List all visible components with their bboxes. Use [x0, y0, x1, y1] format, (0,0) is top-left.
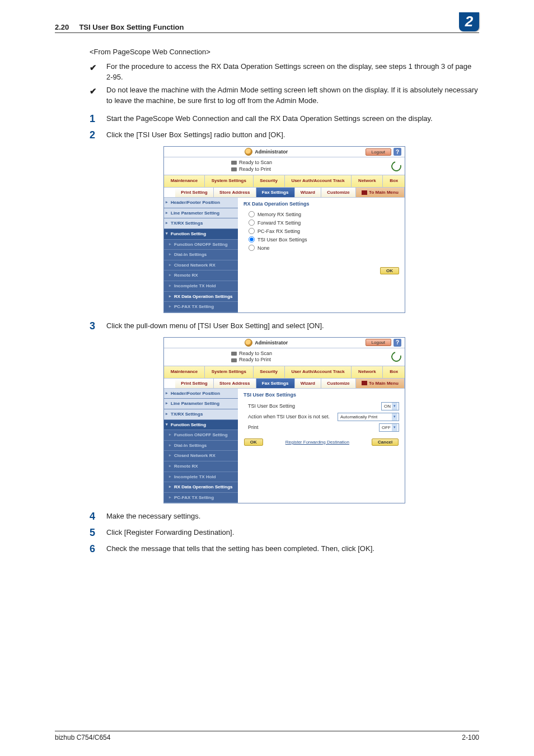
subtab-to-main-menu[interactable]: To Main Menu [356, 188, 405, 197]
field-label: Print [248, 424, 332, 430]
side-closed-network[interactable]: Closed Network RX [164, 260, 238, 271]
radio-none[interactable]: None [243, 244, 399, 252]
refresh-icon[interactable] [390, 159, 404, 173]
help-icon[interactable]: ? [394, 148, 401, 156]
logout-button[interactable]: Logout [366, 339, 391, 346]
prerequisite-list: ✔ For the procedure to access the RX Dat… [90, 62, 479, 106]
side-line-parameter[interactable]: Line Parameter Setting [164, 208, 238, 219]
cancel-button[interactable]: Cancel [372, 438, 399, 446]
status-scan-text: Ready to Scan [239, 160, 272, 166]
printer-icon [231, 167, 237, 171]
register-forwarding-link[interactable]: Register Forwarding Destination [285, 440, 349, 445]
step-list-cont: 3 Click the pull-down menu of [TSI User … [90, 321, 479, 332]
scanner-icon [231, 352, 237, 356]
step-list-cont2: 4 Make the necessary settings. 5 Click [… [90, 511, 479, 554]
menu-icon [362, 190, 367, 195]
status-bar: Ready to Scan Ready to Print [164, 157, 405, 175]
tab-system-settings[interactable]: System Settings [205, 175, 254, 187]
logout-button[interactable]: Logout [366, 148, 391, 156]
subtab-store-address[interactable]: Store Address [214, 379, 256, 388]
subtab-print-setting[interactable]: Print Setting [175, 188, 214, 197]
ok-button[interactable]: OK [244, 438, 263, 446]
side-pcfax-tx[interactable]: PC-FAX TX Setting [164, 493, 238, 503]
radio-input[interactable] [249, 220, 255, 226]
side-remote-rx[interactable]: Remote RX [164, 461, 238, 472]
side-function-onoff[interactable]: Function ON/OFF Setting [164, 430, 238, 441]
side-line-parameter[interactable]: Line Parameter Setting [164, 399, 238, 409]
select-print[interactable]: OFF [379, 423, 399, 432]
admin-label: Administrator [255, 340, 288, 346]
footer-model: bizhub C754/C654 [55, 734, 110, 741]
check-icon: ✔ [90, 85, 106, 106]
subtab-customize[interactable]: Customize [321, 379, 356, 388]
tab-user-auth[interactable]: User Auth/Account Track [285, 366, 352, 378]
check-text: For the procedure to access the RX Data … [106, 62, 479, 83]
help-icon[interactable]: ? [394, 339, 401, 347]
side-dial-in[interactable]: Dial-In Settings [164, 441, 238, 451]
shot-body: Header/Footer Position Line Parameter Se… [164, 198, 405, 312]
tab-maintenance[interactable]: Maintenance [164, 175, 205, 187]
radio-input[interactable] [249, 236, 255, 242]
subtab-fax-settings[interactable]: Fax Settings [256, 379, 295, 388]
tab-network[interactable]: Network [352, 366, 383, 378]
chapter-badge: 2 [459, 12, 479, 31]
side-function-setting[interactable]: Function Setting [164, 420, 238, 431]
step-5: 5 Click [Register Forwarding Destination… [90, 528, 479, 538]
tab-box[interactable]: Box [383, 175, 405, 187]
radio-memory-rx[interactable]: Memory RX Setting [243, 210, 399, 218]
ok-button[interactable]: OK [380, 267, 399, 274]
side-closed-network[interactable]: Closed Network RX [164, 451, 238, 461]
tab-system-settings[interactable]: System Settings [205, 366, 254, 378]
step-text: Check the message that tells that the se… [106, 544, 374, 554]
tab-maintenance[interactable]: Maintenance [164, 366, 205, 378]
tab-box[interactable]: Box [383, 366, 405, 378]
select-tsi-onoff[interactable]: ON [381, 402, 399, 410]
radio-tsi-user-box[interactable]: TSI User Box Settings [243, 235, 399, 244]
field-action-not-set: Action when TSI User Box is not set. Aut… [243, 412, 399, 422]
radio-input[interactable] [249, 211, 255, 217]
shot-body: Header/Footer Position Line Parameter Se… [164, 389, 405, 503]
radio-pcfax-rx[interactable]: PC-Fax RX Setting [243, 227, 399, 235]
tab-network[interactable]: Network [352, 175, 383, 187]
side-function-setting[interactable]: Function Setting [164, 229, 238, 240]
admin-indicator: Administrator [245, 148, 288, 156]
radio-input[interactable] [249, 228, 255, 234]
status-print: Ready to Print [231, 166, 272, 173]
side-header-footer[interactable]: Header/Footer Position [164, 198, 238, 208]
side-rx-data-operation[interactable]: RX Data Operation Settings [164, 292, 238, 302]
tab-security[interactable]: Security [254, 175, 285, 187]
subtab-wizard[interactable]: Wizard [295, 188, 322, 197]
radio-forward-tx[interactable]: Forward TX Setting [243, 218, 399, 227]
side-header-footer[interactable]: Header/Footer Position [164, 389, 238, 399]
side-remote-rx[interactable]: Remote RX [164, 270, 238, 281]
side-function-onoff[interactable]: Function ON/OFF Setting [164, 240, 238, 250]
check-item: ✔ Do not leave the machine with the Admi… [90, 85, 479, 106]
tab-security[interactable]: Security [254, 366, 285, 378]
step-4: 4 Make the necessary settings. [90, 511, 479, 522]
subtab-to-main-menu[interactable]: To Main Menu [356, 379, 405, 388]
side-pcfax-tx[interactable]: PC-FAX TX Setting [164, 302, 238, 312]
status-scan: Ready to Scan [231, 351, 272, 357]
main-pane: RX Data Operation Settings Memory RX Set… [238, 198, 405, 312]
side-dial-in[interactable]: Dial-In Settings [164, 250, 238, 260]
side-incomplete-tx[interactable]: Incomplete TX Hold [164, 472, 238, 483]
subtab-wizard[interactable]: Wizard [295, 379, 322, 388]
subtab-customize[interactable]: Customize [321, 188, 356, 197]
user-icon [245, 339, 252, 347]
tab-user-auth[interactable]: User Auth/Account Track [285, 175, 352, 187]
status-print: Ready to Print [231, 357, 272, 363]
subtab-print-setting[interactable]: Print Setting [175, 379, 214, 388]
pane-title: RX Data Operation Settings [243, 201, 399, 207]
side-incomplete-tx[interactable]: Incomplete TX Hold [164, 281, 238, 292]
subtab-store-address[interactable]: Store Address [214, 188, 256, 197]
side-txrx-settings[interactable]: TX/RX Settings [164, 409, 238, 420]
select-action[interactable]: Automatically Print [338, 413, 399, 421]
side-rx-data-operation[interactable]: RX Data Operation Settings [164, 482, 238, 493]
step-number: 6 [90, 544, 106, 554]
refresh-icon[interactable] [390, 350, 404, 364]
step-text: Click the [TSI User Box Settings] radio … [106, 130, 285, 141]
radio-label: PC-Fax RX Setting [257, 228, 300, 234]
subtab-fax-settings[interactable]: Fax Settings [256, 188, 295, 197]
radio-input[interactable] [249, 245, 255, 251]
side-txrx-settings[interactable]: TX/RX Settings [164, 218, 238, 229]
